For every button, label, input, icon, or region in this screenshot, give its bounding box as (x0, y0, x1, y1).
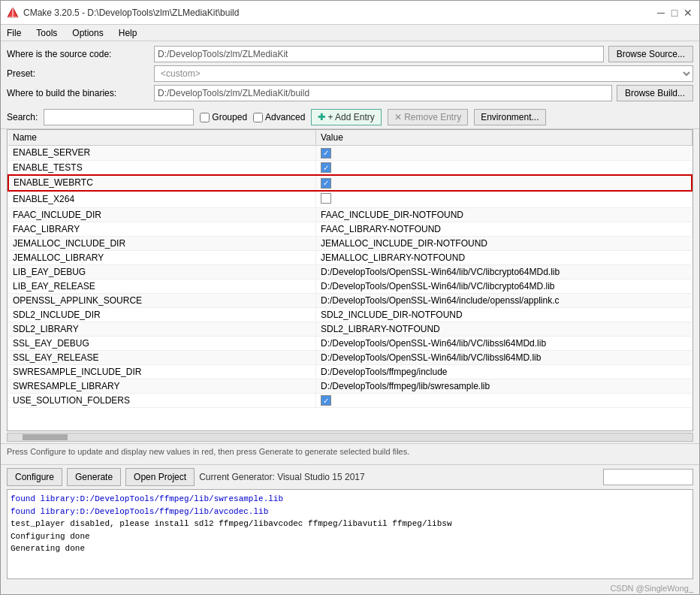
table-row[interactable]: SSL_EAY_RELEASED:/DevelopTools/OpenSSL-W… (8, 350, 692, 364)
configure-button[interactable]: Configure (7, 468, 62, 486)
table-cell-name: SWRESAMPLE_INCLUDE_DIR (8, 364, 316, 379)
table-cell-value: FAAC_LIBRARY-NOTFOUND (316, 222, 692, 236)
scrollbar-thumb (23, 434, 68, 440)
table-row[interactable]: FAAC_LIBRARYFAAC_LIBRARY-NOTFOUND (8, 222, 692, 236)
browse-source-button[interactable]: Browse Source... (608, 46, 693, 62)
table-cell-value: ✓ (316, 146, 692, 161)
table-cell-value: D:/DevelopTools/OpenSSL-Win64/lib/VC/lib… (316, 336, 692, 350)
maximize-button[interactable]: □ (669, 8, 680, 18)
table-cell-name: SDL2_INCLUDE_DIR (8, 307, 316, 322)
table-row[interactable]: LIB_EAY_RELEASED:/DevelopTools/OpenSSL-W… (8, 279, 692, 293)
table-cell-name: SSL_EAY_RELEASE (8, 350, 316, 364)
environment-button[interactable]: Environment... (474, 109, 545, 125)
add-entry-button[interactable]: ✚ + Add Entry (311, 109, 381, 125)
config-table: Name Value ENABLE_SERVER✓ENABLE_TESTS✓EN… (8, 130, 692, 408)
table-row[interactable]: JEMALLOC_INCLUDE_DIRJEMALLOC_INCLUDE_DIR… (8, 236, 692, 250)
table-cell-name: LIB_EAY_RELEASE (8, 279, 316, 293)
checked-checkbox[interactable]: ✓ (321, 395, 331, 406)
table-cell-value: ✓ (316, 393, 692, 408)
window-title: CMake 3.20.5 - D:\DevelopTools\zlm\ZLMed… (23, 8, 239, 18)
table-cell-value: ✓ (316, 160, 692, 175)
status-message: Press Configure to update and display ne… (7, 447, 409, 456)
open-project-button[interactable]: Open Project (125, 468, 195, 486)
table-cell-name: USE_SOLUTION_FOLDERS (8, 393, 316, 408)
table-row[interactable]: JEMALLOC_LIBRARYJEMALLOC_LIBRARY-NOTFOUN… (8, 250, 692, 264)
table-row[interactable]: OPENSSL_APPLINK_SOURCED:/DevelopTools/Op… (8, 293, 692, 307)
table-cell-value (316, 191, 692, 208)
table-cell-value: D:/DevelopTools/ffmpeg/include (316, 364, 692, 379)
menu-options[interactable]: Options (69, 27, 106, 39)
table-cell-name: ENABLE_WEBRTC (8, 175, 316, 191)
source-input[interactable] (154, 46, 604, 62)
table-cell-name: FAAC_LIBRARY (8, 222, 316, 236)
table-row[interactable]: ENABLE_X264 (8, 191, 692, 208)
table-cell-name: FAAC_INCLUDE_DIR (8, 207, 316, 222)
advanced-label: Advanced (265, 112, 305, 122)
table-cell-value: ✓ (316, 175, 692, 191)
menu-bar: File Tools Options Help (1, 25, 699, 41)
table-cell-name: OPENSSL_APPLINK_SOURCE (8, 293, 316, 307)
browse-build-button[interactable]: Browse Build... (617, 85, 693, 101)
table-cell-value: D:/DevelopTools/OpenSSL-Win64/lib/VC/lib… (316, 279, 692, 293)
table-row[interactable]: ENABLE_WEBRTC✓ (8, 175, 692, 191)
table-cell-name: SSL_EAY_DEBUG (8, 336, 316, 350)
grouped-checkbox-label[interactable]: Grouped (200, 112, 247, 122)
table-cell-name: SDL2_LIBRARY (8, 322, 316, 336)
menu-tools[interactable]: Tools (33, 27, 60, 39)
table-row[interactable]: SWRESAMPLE_INCLUDE_DIRD:/DevelopTools/ff… (8, 364, 692, 379)
table-row[interactable]: SWRESAMPLE_LIBRARYD:/DevelopTools/ffmpeg… (8, 379, 692, 393)
table-cell-name: ENABLE_SERVER (8, 146, 316, 161)
table-row[interactable]: ENABLE_TESTS✓ (8, 160, 692, 175)
table-header-row: Name Value (8, 130, 692, 146)
toolbar-row: Search: Grouped Advanced ✚ + Add Entry ✕… (1, 106, 699, 129)
advanced-checkbox-label[interactable]: Advanced (253, 112, 305, 122)
table-row[interactable]: SDL2_INCLUDE_DIRSDL2_INCLUDE_DIR-NOTFOUN… (8, 307, 692, 322)
status-bar: Press Configure to update and display ne… (1, 443, 699, 464)
output-line: test_player disabled, please install sdl… (11, 518, 689, 530)
table-row[interactable]: USE_SOLUTION_FOLDERS✓ (8, 393, 692, 408)
title-bar: CMake 3.20.5 - D:\DevelopTools\zlm\ZLMed… (1, 1, 699, 25)
watermark-text: CSDN @SingleWong_ (610, 584, 693, 593)
search-input[interactable] (44, 109, 194, 125)
menu-file[interactable]: File (4, 27, 24, 39)
table-row[interactable]: FAAC_INCLUDE_DIRFAAC_INCLUDE_DIR-NOTFOUN… (8, 207, 692, 222)
checked-checkbox[interactable]: ✓ (321, 148, 331, 159)
grouped-checkbox[interactable] (200, 113, 210, 122)
minimize-button[interactable]: ─ (656, 8, 666, 18)
build-input[interactable] (154, 85, 612, 101)
generator-label: Current Generator: Visual Studio 15 2017 (199, 472, 365, 482)
checked-checkbox[interactable]: ✓ (321, 178, 331, 189)
build-row: Where to build the binaries: Browse Buil… (7, 85, 693, 101)
menu-help[interactable]: Help (116, 27, 140, 39)
preset-row: Preset: <custom> (7, 65, 693, 82)
preset-label: Preset: (7, 68, 149, 79)
table-row[interactable]: SSL_EAY_DEBUGD:/DevelopTools/OpenSSL-Win… (8, 336, 692, 350)
table-area: Name Value ENABLE_SERVER✓ENABLE_TESTS✓EN… (7, 129, 693, 431)
add-entry-label: + Add Entry (327, 112, 374, 122)
close-button[interactable]: ✕ (683, 8, 693, 18)
table-row[interactable]: LIB_EAY_DEBUGD:/DevelopTools/OpenSSL-Win… (8, 264, 692, 279)
output-line: Configuring done (11, 530, 689, 543)
grouped-label: Grouped (212, 112, 247, 122)
checked-checkbox[interactable]: ✓ (321, 162, 331, 173)
table-cell-value: D:/DevelopTools/OpenSSL-Win64/include/op… (316, 293, 692, 307)
watermark: CSDN @SingleWong_ (1, 582, 699, 594)
table-row[interactable]: SDL2_LIBRARYSDL2_LIBRARY-NOTFOUND (8, 322, 692, 336)
output-line: found library:D:/DevelopTools/ffmpeg/lib… (11, 493, 689, 506)
table-row[interactable]: ENABLE_SERVER✓ (8, 146, 692, 161)
generator-input[interactable] (603, 469, 693, 485)
generate-button[interactable]: Generate (67, 468, 121, 486)
main-window: CMake 3.20.5 - D:\DevelopTools\zlm\ZLMed… (0, 0, 700, 595)
table-cell-value: D:/DevelopTools/OpenSSL-Win64/lib/VC/lib… (316, 350, 692, 364)
horizontal-scrollbar[interactable] (7, 433, 693, 442)
output-area[interactable]: found library:D:/DevelopTools/ffmpeg/lib… (7, 489, 693, 579)
preset-select[interactable]: <custom> (154, 65, 693, 82)
table-scroll[interactable]: Name Value ENABLE_SERVER✓ENABLE_TESTS✓EN… (8, 130, 692, 430)
title-controls: ─ □ ✕ (656, 8, 693, 18)
unchecked-checkbox[interactable] (321, 193, 331, 204)
remove-entry-button[interactable]: ✕ Remove Entry (388, 109, 468, 125)
advanced-checkbox[interactable] (253, 113, 263, 122)
title-bar-left: CMake 3.20.5 - D:\DevelopTools\zlm\ZLMed… (7, 7, 239, 19)
table-cell-name: SWRESAMPLE_LIBRARY (8, 379, 316, 393)
table-cell-name: JEMALLOC_LIBRARY (8, 250, 316, 264)
